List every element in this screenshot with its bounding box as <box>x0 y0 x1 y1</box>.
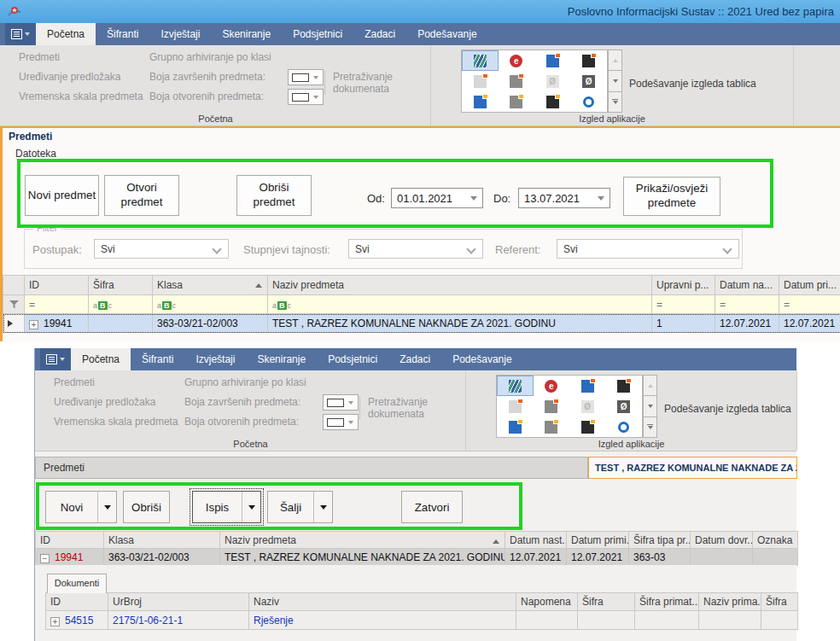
column-header-id[interactable]: ID <box>36 532 104 549</box>
referent-select[interactable]: Svi <box>557 239 739 259</box>
column-header-sifra[interactable]: Šifra <box>89 276 153 295</box>
skin-light-orange-icon[interactable] <box>497 396 534 417</box>
application-menu-button[interactable] <box>40 348 71 370</box>
cell-urbroj[interactable]: 2175/1-06-21-1 <box>108 611 249 630</box>
cell-id[interactable]: 54515 <box>46 611 108 630</box>
ribbon-link-podesavanje-tablica[interactable]: Podešavanje izgleda tablica <box>629 78 756 90</box>
filter-op-klasa[interactable]: aBc <box>153 295 268 314</box>
column-header-sifra-tipa[interactable]: Šifra tipa pr... <box>629 532 691 549</box>
salji-button[interactable]: Šalji <box>267 491 333 523</box>
column-header-naziv-prima[interactable]: Naziv prima... <box>699 593 761 611</box>
expand-row-icon[interactable] <box>50 617 60 626</box>
column-header-klasa[interactable]: Klasa <box>153 276 268 295</box>
cell-sifra-tipa[interactable]: 363-03 <box>629 549 691 566</box>
skin-gray-orange-icon[interactable] <box>499 71 535 91</box>
skin-black-yellow-icon[interactable] <box>534 91 571 112</box>
skin-dark-slash-icon[interactable]: Ø <box>606 396 643 417</box>
cell-naziv[interactable]: TEST , RAZREZ KOMUNALNE NAKNADE ZA 2021.… <box>268 314 652 333</box>
ribbon-link-podesavanje-tablica[interactable]: Podešavanje izgleda tablica <box>664 403 791 415</box>
table-row[interactable]: 19941 363-03/21-02/003 TEST , RAZREZ KOM… <box>36 549 798 566</box>
skin-red-circle-icon[interactable]: e <box>534 376 570 396</box>
ribbon-tab-podsjetnici[interactable]: Podsjetnici <box>282 23 353 45</box>
column-header-upravni[interactable]: Upravni p... <box>652 276 715 295</box>
ribbon-link-vremenska-skala[interactable]: Vremenska skala predmeta <box>54 416 178 428</box>
column-header-sifra[interactable]: Šifra <box>578 593 635 611</box>
tab-dokumenti[interactable]: Dokumenti <box>47 574 107 593</box>
tab-predmeti[interactable]: Predmeti <box>35 457 588 479</box>
tab-test-predmet[interactable]: TEST , RAZREZ KOMUNALNE NAKNADE ZA 20 <box>588 457 797 479</box>
column-header-id[interactable]: ID <box>25 276 89 295</box>
skin-red-circle-icon[interactable]: e <box>499 50 535 71</box>
color-done-picker[interactable] <box>323 394 359 411</box>
gallery-expand-button[interactable] <box>608 92 622 113</box>
color-open-picker[interactable] <box>323 414 359 430</box>
ribbon-link-pretrazivanje[interactable]: Pretraživanje dokumenata <box>324 71 430 95</box>
skin-pale-slash-icon[interactable]: Ø <box>569 396 606 417</box>
ribbon-tab-izvjestaji[interactable]: Izvještaji <box>184 348 246 370</box>
collapse-row-icon[interactable] <box>40 554 50 563</box>
gallery-scroll-down-button[interactable] <box>643 396 657 417</box>
ribbon-tab-pocetna[interactable]: Početna <box>71 348 131 370</box>
ribbon-link-predmeti[interactable]: Predmeti <box>54 376 95 388</box>
cell-id[interactable]: 19941 <box>25 314 89 333</box>
ribbon-tab-podesavanje[interactable]: Podešavanje <box>441 348 522 370</box>
cell-upravni[interactable]: 1 <box>652 314 715 333</box>
postupak-select[interactable]: Svi <box>94 239 229 259</box>
cell-datum-nast[interactable]: 12.07.2021 <box>505 549 567 566</box>
expand-row-icon[interactable] <box>29 320 38 329</box>
obrisi-predmet-button[interactable]: Obriši predmet <box>236 175 312 216</box>
ribbon-link-uredivanje-predlozaka[interactable]: Uređivanje predložaka <box>19 71 120 83</box>
cell-sifra-2[interactable] <box>761 611 798 630</box>
skin-gray-yellow-icon[interactable] <box>499 91 535 112</box>
gallery-scroll-up-button[interactable] <box>608 50 622 71</box>
menu-datoteka[interactable]: Datoteka <box>15 148 56 160</box>
filter-op-datum-pri[interactable]: = <box>779 295 840 314</box>
ribbon-tab-sifranti[interactable]: Šifranti <box>96 23 149 45</box>
ispis-button[interactable]: Ispis <box>192 491 261 523</box>
table-row[interactable]: 19941 363-03/21-02/003 TEST , RAZREZ KOM… <box>3 314 840 333</box>
ribbon-tab-zadaci[interactable]: Zadaci <box>388 348 441 370</box>
cell-datum-na[interactable]: 12.07.2021 <box>715 314 779 333</box>
novi-predmet-button[interactable]: Novi predmet <box>25 175 99 216</box>
ribbon-tab-skeniranje[interactable]: Skeniranje <box>211 23 282 45</box>
column-header-datum-na[interactable]: Datum na... <box>715 276 779 295</box>
skin-light-orange-icon[interactable] <box>462 71 499 91</box>
obrisi-button[interactable]: Obriši <box>123 491 170 523</box>
column-header-napomena[interactable]: Napomena <box>516 593 578 611</box>
column-header-naziv[interactable]: Naziv predmeta <box>220 532 505 549</box>
ribbon-tab-skeniranje[interactable]: Skeniranje <box>246 348 317 370</box>
to-date-input[interactable]: 13.07.2021 <box>518 188 610 208</box>
novi-button[interactable]: Novi <box>45 491 117 523</box>
application-menu-button[interactable] <box>5 23 36 45</box>
skin-blue-orange-icon[interactable] <box>534 50 571 71</box>
cell-klasa[interactable]: 363-03/21-02/003 <box>104 549 220 566</box>
ribbon-tab-izvjestaji[interactable]: Izvještaji <box>149 23 211 45</box>
column-header-urbroj[interactable]: UrBroj <box>108 593 249 611</box>
cell-sifra[interactable] <box>89 314 153 333</box>
skin-blue-green-stripes-icon[interactable] <box>497 376 534 396</box>
skin-pale-slash-icon[interactable]: Ø <box>534 71 571 91</box>
gallery-expand-button[interactable] <box>643 417 657 438</box>
gallery-scroll-up-button[interactable] <box>643 375 657 396</box>
prikazi-osvjezi-button[interactable]: Prikaži/osvježi predmete <box>623 177 720 216</box>
column-header-naziv[interactable]: Naziv <box>249 593 516 611</box>
filter-op-id[interactable]: = <box>25 295 89 314</box>
column-header-id[interactable]: ID <box>46 593 108 611</box>
table-row[interactable]: 54515 2175/1-06-21-1 Rješenje <box>46 611 798 630</box>
cell-id[interactable]: 19941 <box>36 549 104 566</box>
cell-klasa[interactable]: 363-03/21-02/003 <box>153 314 268 333</box>
skin-blue-yellow-icon[interactable] <box>497 417 534 437</box>
ribbon-link-predmeti[interactable]: Predmeti <box>19 51 60 63</box>
skin-black-yellow-icon[interactable] <box>569 417 606 437</box>
column-header-datum-pri[interactable]: Datum pri... <box>779 276 840 295</box>
zatvori-button[interactable]: Zatvori <box>401 491 463 523</box>
cell-sifra[interactable] <box>578 611 635 630</box>
column-header-oznaka[interactable]: Oznaka <box>753 532 798 549</box>
novi-dropdown[interactable] <box>97 492 116 522</box>
cell-naziv[interactable]: TEST , RAZREZ KOMUNALNE NAKNADE ZA 2021.… <box>220 549 505 566</box>
ribbon-tab-pocetna[interactable]: Početna <box>36 23 96 45</box>
cell-datum-pri[interactable]: 12.07.2021 <box>779 314 840 333</box>
otvori-predmet-button[interactable]: Otvori predmet <box>104 175 179 216</box>
salji-dropdown[interactable] <box>313 492 332 522</box>
cell-naziv[interactable]: Rješenje <box>249 611 516 630</box>
